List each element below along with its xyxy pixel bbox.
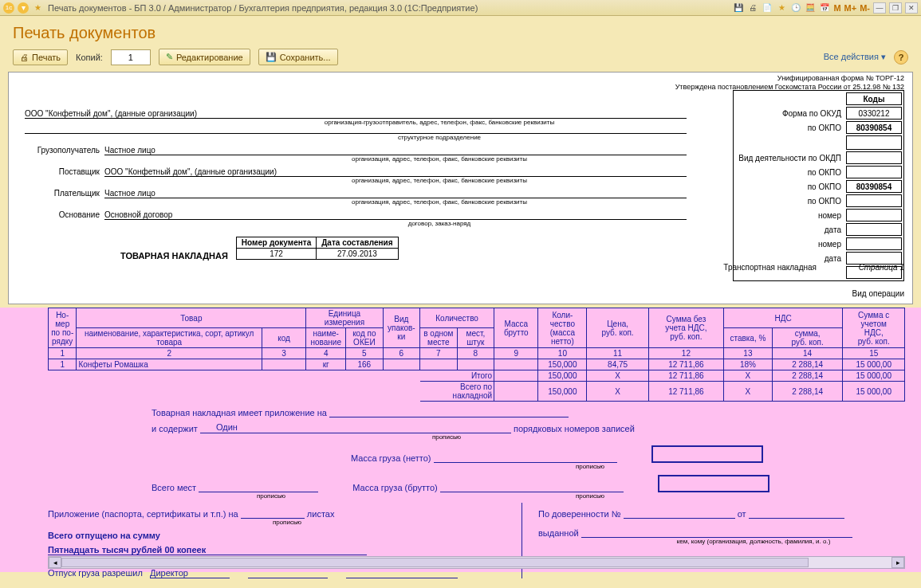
f-prop2: прописью [542,463,638,470]
okpo3-val: 80390854 [846,180,902,193]
f-prop1: прописью [367,433,526,441]
h-ed: Единица измерения [306,308,383,328]
nd-v1: 172 [236,249,316,260]
h-ndssum: сумма, руб. коп. [772,328,843,348]
mem-m[interactable]: M [833,3,840,13]
doc-name: ТОВАРНАЯ НАКЛАДНАЯ [120,251,228,261]
f-prop3: прописью [231,492,311,500]
doc-icon[interactable]: 📄 [762,2,773,14]
save-label: Сохранить... [280,53,331,62]
toolbar: 🖨 Печать Копий: ✎ Редактирование 💾 Сохра… [0,49,921,72]
edit-icon: ✎ [166,52,173,62]
colnum: 6 [383,348,420,359]
f-otpusk: Отпуск груза разрешил [48,568,143,578]
okpo4-lbl: по ОКПО [735,194,844,207]
calc-icon[interactable]: 🧮 [805,2,816,14]
f-line1a: Товарная накладная имеет приложение на [152,408,327,417]
okpo-lbl: по ОКПО [735,121,844,134]
help-button[interactable]: ? [894,50,908,65]
h-okei: код по ОКЕИ [346,328,384,348]
scroll-left-icon[interactable]: ◂ [49,557,61,568]
nd-h2: Дата составления [317,237,398,249]
org-sub: организация-грузоотправитель, адрес, тел… [192,119,687,126]
print-button[interactable]: 🖨 Печать [13,49,68,65]
f-kem: кем, кому (организация, должность, фамил… [650,538,857,545]
okpo-val: 80390854 [846,121,902,134]
save-button[interactable]: 💾 Сохранить... [258,49,338,65]
h-mest: мест, штук [457,328,494,348]
horizontal-scrollbar[interactable]: ◂ ▸ [48,556,905,569]
colnum: 10 [538,348,587,359]
okpo3-lbl: по ОКПО [735,180,844,193]
history-icon[interactable]: 🕒 [790,2,801,14]
f-dir: Директор [150,568,230,578]
save-icon[interactable]: 💾 [733,2,744,14]
f-vsego-otp: Всего отпущено на сумму [48,531,514,540]
f-line1b: и содержит [152,424,198,433]
data-row: 1 Конфеты Ромашка кг 166 150,000 84,75 1… [49,359,905,370]
f-vyd: выданной [538,528,579,538]
f-ot: от [738,509,746,519]
h-netto: Коли- чество (масса нетто) [538,308,587,348]
data-lbl: дата [735,223,844,236]
colnum: 7 [420,348,458,359]
colnum: 2 [77,348,262,359]
print-icon[interactable]: 🖨 [747,2,758,14]
table-area: Но- мер по по- рядку Товар Единица измер… [0,308,921,572]
edit-label: Редактирование [176,53,243,62]
f-line1c: порядковых номеров записей [514,424,635,433]
minimize-button[interactable]: — [873,2,886,14]
colnum: 1 [49,348,77,359]
scroll-right-icon[interactable]: ▸ [891,557,904,568]
colnum: 8 [457,348,494,359]
okud-lbl: Форма по ОКУД [735,107,844,120]
close-button[interactable]: ✕ [905,2,918,14]
mem-mminus[interactable]: M- [860,3,870,13]
nomer-lbl: номер [735,209,844,221]
post-lbl: Поставщик [25,167,104,177]
copies-input[interactable] [111,49,151,65]
osn-sub: договор, заказ-наряд [192,220,687,227]
scroll-thumb[interactable] [61,558,809,567]
colnum: 12 [648,348,723,359]
h-kolvo: Количество [420,308,494,328]
h-total: Сумма с учетом НДС, руб. коп. [843,308,905,348]
h-sum: Сумма без учета НДС, руб. коп. [648,308,723,348]
mem-mplus[interactable]: M+ [844,3,857,13]
f-prop5: прописью [255,519,319,526]
f-pril: Приложение (паспорта, сертификаты и т.п.… [48,509,238,519]
copies-label: Копий: [76,53,103,62]
window-titlebar: 1c ▾ ★ Печать документов - БП 3.0 / Адми… [0,0,921,16]
disk-icon: 💾 [266,52,277,62]
window-title: Печать документов - БП 3.0 / Администрат… [48,3,478,13]
h-kod: код [262,328,305,348]
h-rate: ставка, % [723,328,772,348]
all-actions-link[interactable]: Все действия ▾ [824,52,886,62]
calendar-icon[interactable]: 📅 [819,2,830,14]
fav-icon[interactable]: ★ [776,2,787,14]
f-odin: Один [200,422,511,433]
colnum: 14 [772,348,843,359]
edit-button[interactable]: ✎ Редактирование [159,49,250,65]
gp-val: Частное лицо [104,146,687,155]
star-icon[interactable]: ★ [32,2,43,14]
f-list: листах [307,509,335,519]
app-icon: 1c [3,2,14,14]
post-sub: организация, адрес, телефон, факс, банко… [192,177,687,184]
gp-lbl: Грузополучатель [25,146,104,155]
num-row: 123456789101112131415 [49,348,905,359]
print-label: Печать [32,53,61,62]
document-area: Унифицированная форма № ТОРГ-12 Утвержде… [8,72,913,304]
org-line: ООО "Конфетный дом", (данные организации… [25,109,687,119]
restore-button[interactable]: ❐ [889,2,902,14]
okud-val: 0330212 [846,107,902,120]
form-code: Унифицированная форма № ТОРГ-12 [675,74,904,83]
down-icon[interactable]: ▾ [18,2,29,14]
struct-sub: структурное подразделение [192,134,687,141]
h-tovar: Товар [77,308,306,328]
colnum: 15 [843,348,905,359]
okpo2-lbl: по ОКПО [735,166,844,178]
items-table: Но- мер по по- рядку Товар Единица измер… [48,308,905,402]
colnum: 9 [494,348,538,359]
h-nom: Но- мер по по- рядку [49,308,77,348]
